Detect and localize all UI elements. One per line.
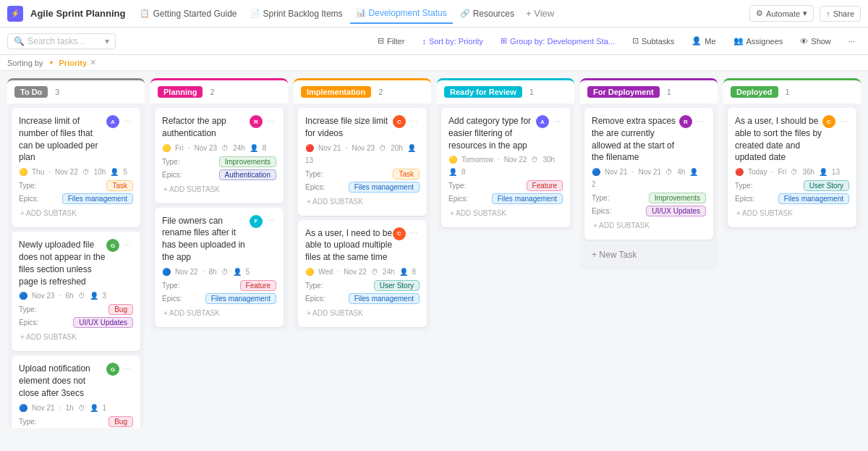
add-subtask-link[interactable]: + ADD SUBTASK	[305, 306, 420, 320]
add-subtask-link[interactable]: + ADD SUBTASK	[162, 182, 276, 196]
card-more-btn[interactable]: ⋯	[265, 215, 276, 227]
flag-icon: 🔵	[19, 292, 27, 300]
type-label: Type:	[735, 182, 752, 190]
add-subtask-link[interactable]: + ADD SUBTASK	[592, 219, 706, 232]
more-button[interactable]: ···	[843, 35, 861, 48]
task-card[interactable]: As a user, I should be able to sort the …	[728, 108, 856, 227]
add-subtask-link[interactable]: + ADD SUBTASK	[162, 306, 276, 320]
task-card[interactable]: Increase file size limit for videos C ⋯ …	[298, 108, 427, 216]
subtasks-button[interactable]: ⊡ Subtasks	[626, 34, 680, 48]
card-meta: 🟡 Fri · Nov 23 ⏱ 24h 👤 8	[162, 144, 276, 152]
flag-icon: 🔵	[162, 268, 171, 276]
card-top: Remove extra spaces the are currently al…	[592, 115, 706, 168]
assignees-button[interactable]: 👥 Assignees	[728, 34, 789, 48]
add-subtask-link[interactable]: + ADD SUBTASK	[735, 206, 849, 220]
card-more-btn[interactable]: ⋯	[122, 239, 133, 250]
tab-development-status[interactable]: 📊 Development Status	[350, 4, 453, 24]
group-button[interactable]: ⊞ Group by: Development Sta...	[495, 34, 621, 48]
chevron-down-icon: ▾	[803, 9, 807, 18]
tab-add-view[interactable]: + View	[522, 5, 558, 22]
flag-icon: 🔴	[305, 144, 314, 152]
card-more-btn[interactable]: ⋯	[408, 227, 420, 239]
card-more-btn[interactable]: ⋯	[551, 115, 563, 127]
add-subtask-link[interactable]: + ADD SUBTASK	[448, 206, 563, 220]
close-sort-icon[interactable]: ✕	[90, 58, 96, 67]
task-card[interactable]: Refactor the app authentication R ⋯ 🟡 Fr…	[155, 108, 284, 203]
type-label: Type:	[162, 158, 179, 166]
add-subtask-link[interactable]: + ADD SUBTASK	[19, 206, 133, 220]
tab-nav: 📋 Getting Started Guide 📄 Sprint Backlog…	[134, 4, 558, 24]
search-box[interactable]: 🔍 Search tasks... ▾	[7, 33, 116, 49]
show-button[interactable]: 👁 Show	[794, 35, 837, 48]
users-icon: 👤	[90, 404, 98, 412]
epic-label: Epics:	[305, 183, 325, 191]
card-top: Increase limit of number of files that c…	[19, 115, 133, 168]
column-deployed: Deployed 1 As a user, I should be able t…	[723, 78, 861, 232]
card-epic-row: Epics: Files management	[19, 193, 133, 204]
date-info: Thu	[32, 168, 44, 176]
flag-icon: 🟡	[305, 268, 314, 276]
card-title: Refactor the app authentication	[162, 115, 250, 140]
task-card[interactable]: Add category type for easier filtering o…	[441, 108, 570, 227]
card-epic-row: Epics: Files management	[448, 193, 563, 204]
tab-resources[interactable]: 🔗 Resources	[454, 4, 520, 24]
more-icon: ···	[848, 37, 855, 46]
users-icon: 👤	[819, 168, 827, 176]
date-info: Tomorrow	[461, 156, 493, 164]
tab-getting-started[interactable]: 📋 Getting Started Guide	[134, 4, 242, 24]
card-more-btn[interactable]: ⋯	[838, 115, 849, 127]
card-top: Refactor the app authentication R ⋯	[162, 115, 276, 144]
card-more-btn[interactable]: ⋯	[265, 115, 276, 127]
date-end: Nov 23	[194, 144, 217, 152]
time-icon: ⏱	[665, 168, 673, 176]
epic-badge: UI/UX Updates	[646, 206, 706, 216]
card-more-btn[interactable]: ⋯	[122, 363, 133, 374]
col-count-deployed: 1	[786, 88, 790, 96]
flag-icon: 🟡	[19, 168, 27, 176]
task-card[interactable]: Newly uploaded file does not appear in t…	[12, 232, 140, 351]
card-top: Increase file size limit for videos C ⋯	[305, 115, 420, 144]
col-cards-implementation: Increase file size limit for videos C ⋯ …	[294, 104, 431, 332]
me-button[interactable]: 👤 Me	[686, 34, 721, 48]
column-planning: Planning 2 Refactor the app authenticati…	[150, 78, 288, 332]
card-actions: C ⋯	[822, 115, 849, 128]
task-card[interactable]: Remove extra spaces the are currently al…	[584, 108, 713, 240]
task-card[interactable]: File owners can rename files after it ha…	[155, 208, 284, 327]
new-task-button[interactable]: + New Task	[584, 244, 713, 266]
card-epic-row: Epics: Files management	[162, 293, 276, 304]
sort-button[interactable]: ↕ Sort by: Priority	[416, 35, 489, 48]
task-card[interactable]: Upload notification element does not clo…	[12, 355, 140, 428]
card-title: Increase limit of number of files that c…	[19, 115, 106, 164]
time-icon: ⏱	[78, 292, 85, 300]
type-badge: Task	[393, 169, 420, 180]
task-card[interactable]: As a user, I need to be able to upload m…	[298, 220, 427, 327]
avatar: C	[393, 115, 406, 128]
card-type-row: Type: Feature	[448, 180, 563, 191]
users-count: 13	[832, 168, 840, 176]
filter-button[interactable]: ⊟ Filter	[372, 34, 410, 48]
users-icon: 👤	[407, 144, 416, 152]
time-value: 30h	[542, 156, 555, 164]
app-title: Agile Sprint Planning	[30, 8, 125, 19]
card-title: File owners can rename files after it ha…	[162, 215, 250, 264]
sort-bar: Sorting by 🔸 Priority ✕	[0, 55, 868, 71]
flag-icon: 🔵	[19, 404, 27, 412]
card-top: Upload notification element does not clo…	[19, 363, 133, 403]
task-card[interactable]: Increase limit of number of files that c…	[12, 108, 140, 227]
card-more-btn[interactable]: ⋯	[694, 115, 706, 127]
share-button[interactable]: ↑ Share	[820, 6, 861, 22]
automate-button[interactable]: ⚙ Automate ▾	[749, 5, 814, 22]
card-more-btn[interactable]: ⋯	[122, 115, 133, 127]
add-subtask-link[interactable]: + ADD SUBTASK	[305, 195, 420, 208]
users-count: 2	[592, 180, 596, 188]
date-info: Fri	[175, 144, 184, 152]
epic-label: Epics:	[162, 171, 182, 179]
doc-icon: 📋	[140, 9, 150, 18]
card-epic-row: Epics: UI/UX Updates	[592, 206, 706, 216]
add-subtask-link[interactable]: + ADD SUBTASK	[19, 330, 133, 344]
type-label: Type:	[305, 282, 323, 290]
card-more-btn[interactable]: ⋯	[408, 115, 420, 127]
toolbar: 🔍 Search tasks... ▾ ⊟ Filter ↕ Sort by: …	[0, 28, 868, 55]
users-count: 3	[103, 292, 107, 300]
tab-sprint-backlog[interactable]: 📄 Sprint Backlog Items	[244, 4, 349, 24]
